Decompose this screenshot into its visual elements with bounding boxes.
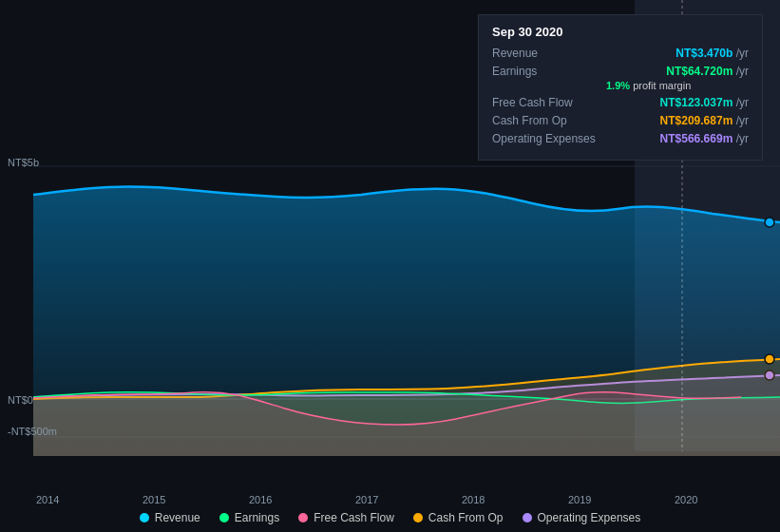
legend-item-revenue[interactable]: Revenue [140,511,200,524]
tooltip-row-earnings: Earnings NT$64.720m /yr [492,65,749,78]
x-label-2015: 2015 [143,494,165,505]
legend-item-earnings[interactable]: Earnings [219,511,279,524]
tooltip-value-cfo: NT$209.687m /yr [660,114,749,127]
y-label-neg500m: -NT$500m [8,426,57,437]
tooltip-row-revenue: Revenue NT$3.470b /yr [492,47,749,60]
x-label-2017: 2017 [355,494,378,505]
legend-item-opex[interactable]: Operating Expenses [523,511,641,524]
tooltip-value-opex: NT$566.669m /yr [660,132,749,145]
x-label-2019: 2019 [568,494,591,505]
tooltip-label-revenue: Revenue [492,47,606,60]
tooltip-value-fcf: NT$123.037m /yr [660,96,749,109]
tooltip-label-fcf: Free Cash Flow [492,96,606,109]
chart-legend: Revenue Earnings Free Cash Flow Cash Fro… [0,511,780,524]
tooltip-row-fcf: Free Cash Flow NT$123.037m /yr [492,96,749,109]
legend-dot-earnings [219,513,229,522]
legend-label-revenue: Revenue [155,511,200,524]
legend-dot-cfo [413,513,423,522]
tooltip-label-earnings: Earnings [492,65,606,78]
x-label-2016: 2016 [249,494,272,505]
legend-label-cfo: Cash From Op [428,511,504,524]
y-label-5b: NT$5b [8,157,39,168]
tooltip-row-opex: Operating Expenses NT$566.669m /yr [492,132,749,145]
tooltip-label-opex: Operating Expenses [492,132,606,145]
legend-item-fcf[interactable]: Free Cash Flow [298,511,394,524]
tooltip-value-revenue: NT$3.470b /yr [675,47,749,60]
tooltip-value-earnings: NT$64.720m /yr [666,65,749,78]
legend-dot-opex [523,513,532,522]
svg-point-7 [765,354,774,364]
legend-label-fcf: Free Cash Flow [314,511,394,524]
tooltip-earnings-margin: 1.9% profit margin [492,80,749,91]
legend-item-cfo[interactable]: Cash From Op [413,511,504,524]
data-tooltip: Sep 30 2020 Revenue NT$3.470b /yr Earnin… [478,14,763,161]
legend-dot-revenue [140,513,149,522]
legend-dot-fcf [298,513,308,522]
x-label-2020: 2020 [675,494,697,505]
legend-label-opex: Operating Expenses [538,511,641,524]
y-label-0: NT$0 [8,394,33,406]
tooltip-date: Sep 30 2020 [492,25,749,39]
tooltip-row-cfo: Cash From Op NT$209.687m /yr [492,114,749,127]
legend-label-earnings: Earnings [235,511,279,524]
svg-point-5 [765,218,774,227]
x-label-2014: 2014 [36,494,59,505]
x-label-2018: 2018 [462,494,485,505]
tooltip-label-cfo: Cash From Op [492,114,606,127]
